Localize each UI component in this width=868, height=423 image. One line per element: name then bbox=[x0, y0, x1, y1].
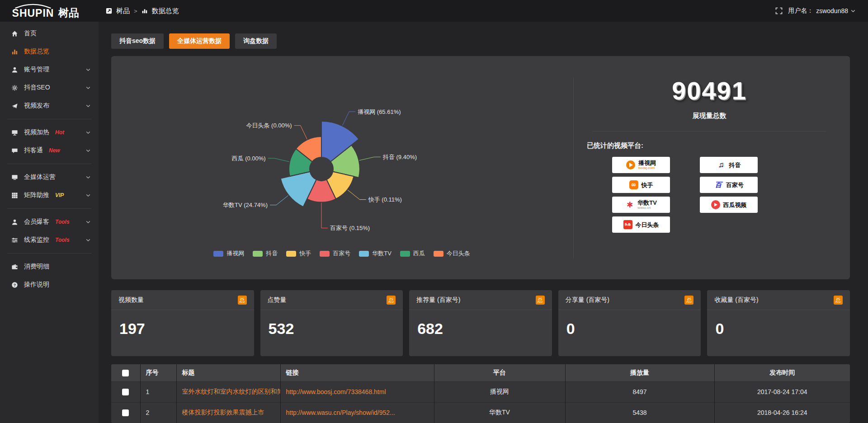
legend-marker bbox=[286, 251, 296, 257]
stat-card-label: 点赞量 bbox=[268, 296, 287, 304]
sidebar-item-home[interactable]: 首页 bbox=[0, 24, 99, 42]
pie-slice-华数TV[interactable] bbox=[281, 172, 316, 207]
chat-icon bbox=[11, 147, 18, 154]
sidebar-item-badge: New bbox=[49, 147, 60, 154]
legend-marker bbox=[434, 251, 443, 257]
user-menu[interactable]: 用户名： zswodun88 bbox=[788, 7, 855, 15]
legend-marker bbox=[213, 251, 223, 257]
xigua-logo-icon bbox=[711, 200, 720, 209]
total-badge[interactable]: 总 bbox=[238, 296, 247, 305]
cell-platform: 播视网 bbox=[434, 381, 565, 402]
sidebar-item-label: 矩阵助推 bbox=[24, 191, 49, 199]
row-checkbox[interactable] bbox=[122, 389, 129, 395]
sidebar-item-label: 消费明细 bbox=[24, 263, 49, 271]
legend-item-百家号[interactable]: 百家号 bbox=[320, 249, 350, 258]
fullscreen-icon[interactable] bbox=[775, 7, 783, 14]
logo-latin-text: SHUPIN bbox=[12, 8, 54, 19]
legend-item-西瓜[interactable]: 西瓜 bbox=[400, 249, 425, 258]
legend-label: 抖音 bbox=[266, 249, 278, 258]
pie-label: 今日头条 (0.00%) bbox=[246, 122, 292, 129]
sidebar-item-label: 数据总览 bbox=[24, 47, 49, 56]
stat-card-2: 推荐量 (百家号) 总 682 bbox=[409, 290, 552, 356]
total-impressions-label: 展现量总数 bbox=[584, 112, 835, 120]
legend-item-播视网[interactable]: 播视网 bbox=[213, 249, 244, 258]
sidebar-item-video-publish[interactable]: 视频发布 bbox=[0, 97, 99, 115]
stat-card-value: 532 bbox=[260, 310, 403, 348]
legend-item-抖音[interactable]: 抖音 bbox=[253, 249, 278, 258]
cell-link[interactable]: http://www.boosj.com/7338468.html bbox=[280, 381, 434, 402]
legend-item-今日头条[interactable]: 今日头条 bbox=[434, 249, 470, 258]
sidebar-item-clue-monitor[interactable]: 线索监控Tools bbox=[0, 231, 99, 249]
legend-item-快手[interactable]: 快手 bbox=[286, 249, 311, 258]
total-badge[interactable]: 总 bbox=[684, 296, 693, 305]
video-table-wrap: 序号标题链接平台播放量发布时间 1 室外水纹灯和室内水纹灯的区别和简介 http… bbox=[111, 364, 850, 423]
stat-card-header: 推荐量 (百家号) 总 bbox=[409, 290, 552, 310]
platform-chips-right: ♫抖音百百家号西瓜视频 bbox=[700, 157, 758, 233]
video-table: 序号标题链接平台播放量发布时间 1 室外水纹灯和室内水纹灯的区别和简介 http… bbox=[111, 364, 850, 423]
column-header-2: 链接 bbox=[280, 364, 434, 381]
platform-chip-wasu: ✱华数TVwasu.cn bbox=[612, 197, 670, 213]
stat-card-label: 分享量 (百家号) bbox=[566, 296, 609, 304]
logo-arc-mark: SHUPIN bbox=[11, 4, 55, 19]
stat-cards-row: 视频数量 总 197 点赞量 总 532 推荐量 (百家号) 总 682 分享量… bbox=[111, 290, 850, 356]
cell-plays: 8497 bbox=[565, 381, 714, 402]
legend-label: 播视网 bbox=[226, 249, 244, 258]
tab-inquiry-data[interactable]: 询盘数据 bbox=[235, 33, 277, 49]
rose-pie-chart[interactable]: 播视网 (65.61%)抖音 (9.40%)快手 (0.11%)百家号 (0.1… bbox=[111, 56, 572, 279]
table-row: 2 楼体投影灯投影效果震撼上市 http://www.wasu.cn/Play/… bbox=[111, 402, 850, 423]
sidebar-item-label: 账号管理 bbox=[24, 66, 49, 74]
breadcrumb-home[interactable]: 树品 bbox=[116, 7, 130, 15]
sidebar-item-account-manage[interactable]: 账号管理 bbox=[0, 61, 99, 79]
cell-link[interactable]: http://www.wasu.cn/Play/show/id/952... bbox=[280, 402, 434, 423]
cell-time: 2018-04-26 16:24 bbox=[714, 402, 850, 423]
cell-title[interactable]: 楼体投影灯投影效果震撼上市 bbox=[176, 402, 280, 423]
pie-label-line bbox=[268, 158, 289, 162]
legend-marker bbox=[359, 251, 369, 257]
sidebar-item-media-ops[interactable]: 全媒体运营 bbox=[0, 168, 99, 186]
column-header-4: 播放量 bbox=[565, 364, 714, 381]
kuaishou-logo-icon: 8 bbox=[629, 180, 638, 189]
sidebar-item-help[interactable]: ?操作说明 bbox=[0, 276, 99, 294]
sidebar-item-label: 视频发布 bbox=[24, 102, 49, 110]
tab-douyin-seo-data[interactable]: 抖音seo数据 bbox=[111, 33, 164, 49]
sidebar-item-douketong[interactable]: 抖客通New bbox=[0, 141, 99, 160]
pie-label: 西瓜 (0.00%) bbox=[232, 155, 266, 162]
cell-title[interactable]: 室外水纹灯和室内水纹灯的区别和简介 bbox=[176, 381, 280, 402]
platform-chip-xigua: 西瓜视频 bbox=[700, 197, 758, 213]
sidebar-item-douyin-seo[interactable]: 抖音SEO bbox=[0, 79, 99, 97]
total-badge[interactable]: 总 bbox=[536, 296, 545, 305]
row-checkbox[interactable] bbox=[122, 409, 129, 416]
bar-chart-icon bbox=[142, 8, 148, 14]
monitor-icon bbox=[11, 174, 18, 181]
platform-name: 播视网 bbox=[638, 160, 656, 166]
column-header-3: 平台 bbox=[434, 364, 565, 381]
breadcrumb: 树品 > 数据总览 bbox=[106, 7, 179, 15]
chart-legend: 播视网抖音快手百家号华数TV西瓜今日头条 bbox=[111, 249, 572, 258]
sidebar-item-label: 操作说明 bbox=[24, 281, 49, 289]
chevron-down-icon bbox=[86, 194, 90, 197]
platform-chips-left: 播视网boosj.com8快手✱华数TVwasu.cn头条今日头条 bbox=[612, 157, 670, 233]
app-logo[interactable]: SHUPIN 树品 bbox=[0, 4, 99, 19]
pie-label-line bbox=[342, 112, 355, 126]
total-badge[interactable]: 总 bbox=[834, 296, 843, 305]
column-header-5: 发布时间 bbox=[714, 364, 850, 381]
horizontal-divider bbox=[593, 131, 826, 132]
stat-card-3: 分享量 (百家号) 总 0 bbox=[558, 290, 701, 356]
platform-chip-text: 百家号 bbox=[726, 182, 744, 188]
sidebar-item-video-heat[interactable]: 视频加热Hot bbox=[0, 123, 99, 141]
legend-marker bbox=[400, 251, 410, 257]
sidebar-item-matrix-boost[interactable]: 矩阵助推VIP bbox=[0, 186, 99, 204]
platform-chip-boosj: 播视网boosj.com bbox=[612, 157, 670, 173]
stat-card-header: 收藏量 (百家号) 总 bbox=[707, 290, 850, 310]
sidebar-item-label: 视频加热 bbox=[24, 128, 49, 136]
total-badge[interactable]: 总 bbox=[387, 296, 396, 305]
select-all-checkbox[interactable] bbox=[122, 370, 129, 376]
legend-item-华数TV[interactable]: 华数TV bbox=[359, 249, 392, 258]
chevron-down-icon bbox=[86, 149, 90, 152]
sliders-icon bbox=[11, 237, 18, 244]
stat-card-value: 682 bbox=[409, 310, 552, 348]
tab-media-ops-data[interactable]: 全媒体运营数据 bbox=[169, 33, 230, 49]
sidebar-item-member-baoke[interactable]: 会员爆客Tools bbox=[0, 213, 99, 231]
sidebar-item-expense-detail[interactable]: 消费明细 bbox=[0, 258, 99, 276]
sidebar-item-data-overview[interactable]: 数据总览 bbox=[0, 42, 99, 61]
